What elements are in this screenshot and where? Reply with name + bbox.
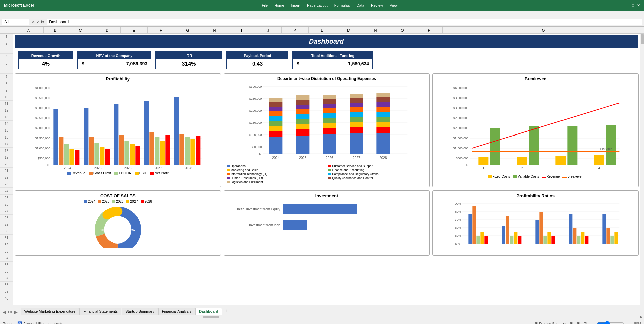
col-header-g[interactable]: G [174,27,201,33]
svg-text:2026: 2026 [326,156,333,160]
svg-text:Plot Area: Plot Area [600,147,613,151]
tab-website-marketing[interactable]: Website Marketing Expenditure [21,308,79,315]
svg-rect-164 [469,214,472,244]
svg-rect-34 [149,132,154,165]
zoom-out[interactable]: − [591,322,593,324]
menu-data[interactable]: Data [357,3,364,7]
name-box[interactable] [2,19,29,25]
horizontal-scrollbar[interactable]: ▶ [0,315,644,319]
svg-rect-66 [269,116,282,121]
formula-input[interactable]: Dashboard [47,19,642,25]
svg-rect-187 [615,232,618,244]
svg-text:$500,000: $500,000 [38,157,50,160]
svg-rect-90 [350,127,363,133]
svg-rect-182 [581,232,585,244]
svg-rect-79 [296,95,309,100]
zoom-in[interactable]: + [628,322,630,324]
svg-rect-134 [490,128,500,165]
svg-rect-83 [323,118,336,123]
svg-rect-181 [577,236,581,244]
svg-rect-101 [376,117,390,122]
col-header-e[interactable]: E [121,27,148,33]
col-header-n[interactable]: N [362,27,389,33]
svg-rect-170 [506,216,509,244]
tab-startup-summary[interactable]: Startup Summary [122,308,158,315]
col-header-f[interactable]: F [148,27,174,33]
svg-rect-185 [607,228,610,244]
svg-rect-135 [529,126,539,165]
scrollbar-thumb-h[interactable] [203,316,219,318]
col-header-m[interactable]: M [335,27,362,33]
tab-add[interactable]: + [222,307,230,315]
svg-rect-75 [296,114,309,119]
svg-rect-172 [514,232,518,244]
menu-page-layout[interactable]: Page Layout [307,3,328,7]
view-page[interactable]: ⊟ [577,321,580,324]
svg-rect-85 [323,108,336,113]
col-header-h[interactable]: H [201,27,228,33]
tab-more[interactable]: ••• [8,309,13,315]
row-2[interactable]: 2 [0,40,13,47]
col-header-k[interactable]: K [282,27,309,33]
view-pagebreak[interactable]: ⊡ [584,321,587,324]
col-header-j[interactable]: J [255,27,282,33]
tab-financial-statements[interactable]: Financial Statements [79,308,121,315]
row-1[interactable]: 1 [0,34,13,40]
col-header-q[interactable]: Q [443,27,644,33]
svg-rect-76 [296,109,309,114]
menu-home[interactable]: Home [274,3,284,7]
svg-text:20%: 20% [128,228,135,232]
svg-rect-36 [160,141,165,165]
menu-file[interactable]: File [262,3,268,7]
svg-rect-84 [323,113,336,118]
scrollbar-thumb-v[interactable] [641,34,644,44]
status-accessibility[interactable]: ♿ Accessibility: Investigate [17,321,63,324]
svg-rect-100 [376,122,390,127]
cost-of-sales-chart: COST OF SALES 2024 2025 2026 2027 2028 [15,190,221,256]
col-header-a[interactable]: A [13,27,44,33]
svg-text:20%: 20% [100,228,107,232]
menu-formulas[interactable]: Formulas [334,3,350,7]
svg-text:1: 1 [483,166,485,170]
svg-rect-67 [269,111,282,116]
confirm-icon[interactable]: ✓ [36,20,40,24]
tab-financial-analysis[interactable]: Financial Analysis [158,308,195,315]
dashboard-title: Dashboard [15,35,638,48]
svg-rect-177 [548,232,551,244]
col-header-p[interactable]: P [416,27,443,33]
menu-view[interactable]: View [390,3,398,7]
svg-text:60%: 60% [455,226,461,229]
col-header-b[interactable]: B [44,27,67,33]
tab-scroll-left[interactable]: ◀ [3,309,6,315]
scroll-right-arrow[interactable]: ▶ [640,315,643,319]
svg-rect-73 [296,124,309,129]
svg-text:4: 4 [598,166,600,170]
svg-rect-68 [269,107,282,111]
svg-rect-26 [100,147,104,165]
zoom-slider[interactable] [597,321,624,324]
svg-rect-77 [296,105,309,109]
svg-rect-30 [124,141,129,165]
cancel-icon[interactable]: ✕ [32,20,35,24]
display-settings[interactable]: ⊞ Display Settings [535,321,566,324]
tab-scroll-right[interactable]: ▶ [14,309,18,315]
svg-rect-166 [477,236,480,244]
menu-review[interactable]: Review [371,3,383,7]
svg-rect-93 [350,112,363,117]
sheet-content[interactable]: Dashboard Revenue Growth 4% NPV of the C… [13,34,640,305]
svg-rect-82 [323,123,336,128]
fx-icon[interactable]: fx [41,20,44,24]
col-header-l[interactable]: L [309,27,335,33]
col-header-c[interactable]: C [67,27,94,33]
menu-insert[interactable]: Insert [291,3,301,7]
col-header-i[interactable]: I [228,27,255,33]
svg-rect-40 [185,137,190,165]
view-normal[interactable]: ⊞ [570,321,573,324]
svg-text:$100,000: $100,000 [249,133,262,137]
col-header-d[interactable]: D [94,27,121,33]
col-header-o[interactable]: O [389,27,416,33]
svg-rect-71 [296,136,309,154]
kpi-npv-label: NPV of the Company [78,52,151,59]
tab-dashboard[interactable]: Dashboard [195,308,222,315]
vertical-scrollbar[interactable] [640,34,644,305]
